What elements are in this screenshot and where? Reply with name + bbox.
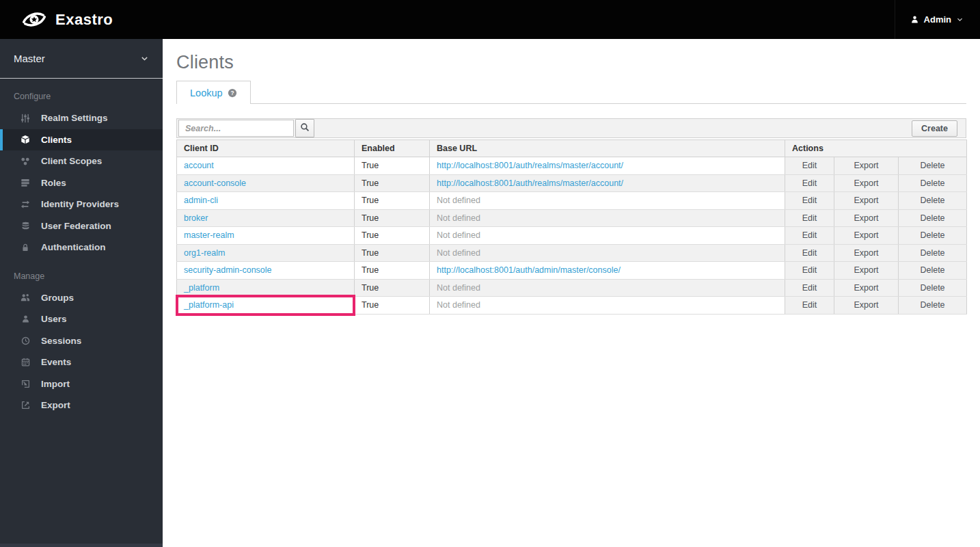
table-row: security-admin-consoleTruehttp://localho… [177, 262, 967, 280]
edit-action-button[interactable]: Edit [785, 297, 834, 315]
delete-action-button[interactable]: Delete [899, 297, 967, 315]
delete-action-button[interactable]: Delete [899, 227, 967, 245]
sidebar-item-groups[interactable]: Groups [0, 287, 163, 309]
sidebar-item-sessions[interactable]: Sessions [0, 330, 163, 352]
sidebar-item-label: Import [41, 379, 70, 389]
sidebar-item-label: Clients [41, 135, 72, 145]
base-url-link[interactable]: http://localhost:8001/auth/realms/master… [437, 178, 623, 188]
delete-action-button[interactable]: Delete [899, 209, 967, 227]
create-button[interactable]: Create [912, 120, 957, 137]
delete-action-button[interactable]: Delete [899, 279, 967, 297]
edit-action-button[interactable]: Edit [785, 279, 834, 297]
export-action-button[interactable]: Export [834, 262, 899, 280]
user-name: Admin [924, 14, 951, 25]
chevron-down-icon [956, 16, 964, 23]
database-icon [16, 222, 34, 230]
edit-action-button[interactable]: Edit [785, 174, 834, 192]
sidebar-item-clients[interactable]: Clients [0, 129, 163, 151]
client-id-cell: account [177, 157, 355, 175]
search-input[interactable] [178, 120, 294, 137]
sidebar-item-authentication[interactable]: Authentication [0, 237, 163, 258]
edit-action-button[interactable]: Edit [785, 227, 834, 245]
sidebar-item-label: Export [41, 400, 70, 410]
client-scopes-icon [16, 157, 34, 166]
sidebar-item-label: Authentication [41, 242, 106, 252]
delete-action-button[interactable]: Delete [899, 244, 967, 262]
edit-action-button[interactable]: Edit [785, 192, 834, 210]
base-url-not-defined: Not defined [437, 300, 480, 310]
table-row: org1-realmTrueNot definedEditExportDelet… [177, 244, 967, 262]
cube-icon [16, 135, 34, 144]
realm-selector[interactable]: Master [0, 39, 163, 79]
base-url-not-defined: Not defined [437, 230, 480, 240]
search-button[interactable] [295, 119, 314, 137]
sidebar-item-import[interactable]: Import [0, 373, 163, 395]
client-id-link[interactable]: security-admin-console [184, 265, 272, 275]
sidebar-item-user-federation[interactable]: User Federation [0, 215, 163, 237]
sidebar-item-users[interactable]: Users [0, 308, 163, 330]
client-id-cell-highlighted: _platform-api [177, 297, 355, 315]
base-url-cell: Not defined [430, 279, 785, 297]
delete-action-button[interactable]: Delete [899, 192, 967, 210]
search-icon [300, 122, 310, 134]
sidebar-item-label: Events [41, 357, 71, 367]
export-action-button[interactable]: Export [834, 279, 899, 297]
edit-action-button[interactable]: Edit [785, 244, 834, 262]
client-id-link[interactable]: broker [184, 213, 208, 223]
search-group [178, 119, 314, 137]
edit-action-button[interactable]: Edit [785, 157, 834, 175]
col-header-actions: Actions [785, 140, 967, 157]
sidebar-item-events[interactable]: Events [0, 351, 163, 373]
client-id-link[interactable]: master-realm [184, 230, 234, 240]
export-action-button[interactable]: Export [834, 192, 899, 210]
roles-icon [16, 178, 34, 187]
export-action-button[interactable]: Export [834, 174, 899, 192]
client-id-link[interactable]: admin-cli [184, 196, 218, 205]
sidebar-item-identity-providers[interactable]: Identity Providers [0, 194, 163, 215]
delete-action-button[interactable]: Delete [899, 174, 967, 192]
clock-icon [16, 336, 34, 345]
realm-name: Master [14, 53, 45, 64]
sidebar-item-roles[interactable]: Roles [0, 172, 163, 194]
base-url-link[interactable]: http://localhost:8001/auth/realms/master… [437, 161, 623, 170]
tab-lookup-label: Lookup [190, 88, 223, 98]
sidebar-item-realm-settings[interactable]: Realm Settings [0, 107, 163, 129]
sidebar-item-label: Roles [41, 178, 66, 188]
client-id-link[interactable]: _platform-api [184, 300, 234, 310]
base-url-cell: http://localhost:8001/auth/admin/master/… [430, 262, 785, 280]
client-id-link[interactable]: account [184, 161, 214, 170]
sidebar-nav: ConfigureRealm SettingsClientsClient Sco… [0, 79, 163, 416]
table-row: _platformTrueNot definedEditExportDelete [177, 279, 967, 297]
edit-action-button[interactable]: Edit [785, 262, 834, 280]
exastro-eye-icon [19, 10, 49, 29]
import-icon [16, 379, 34, 388]
base-url-cell: Not defined [430, 209, 785, 227]
table-row: admin-cliTrueNot definedEditExportDelete [177, 192, 967, 210]
sidebar-item-label: Identity Providers [41, 199, 119, 209]
delete-action-button[interactable]: Delete [899, 262, 967, 280]
client-id-link[interactable]: org1-realm [184, 248, 225, 258]
user-menu[interactable]: Admin [895, 0, 980, 39]
question-circle-icon[interactable]: ? [228, 88, 237, 98]
main-content: Clients Lookup ? Create Client ID [163, 39, 980, 547]
export-action-button[interactable]: Export [834, 244, 899, 262]
export-action-button[interactable]: Export [834, 157, 899, 175]
tab-lookup[interactable]: Lookup ? [176, 81, 251, 104]
export-action-button[interactable]: Export [834, 227, 899, 245]
table-row: _platform-apiTrueNot definedEditExportDe… [177, 297, 967, 315]
client-id-link[interactable]: _platform [184, 283, 219, 293]
base-url-cell: Not defined [430, 227, 785, 245]
export-action-button[interactable]: Export [834, 297, 899, 315]
enabled-cell: True [355, 262, 430, 280]
base-url-link[interactable]: http://localhost:8001/auth/admin/master/… [437, 265, 621, 275]
base-url-not-defined: Not defined [437, 196, 480, 205]
client-id-cell: _platform [177, 279, 355, 297]
table-row: master-realmTrueNot definedEditExportDel… [177, 227, 967, 245]
export-action-button[interactable]: Export [834, 209, 899, 227]
sidebar-item-client-scopes[interactable]: Client Scopes [0, 150, 163, 172]
sidebar-item-export[interactable]: Export [0, 395, 163, 416]
page-title: Clients [176, 52, 966, 73]
edit-action-button[interactable]: Edit [785, 209, 834, 227]
client-id-link[interactable]: account-console [184, 178, 246, 188]
delete-action-button[interactable]: Delete [899, 157, 967, 175]
